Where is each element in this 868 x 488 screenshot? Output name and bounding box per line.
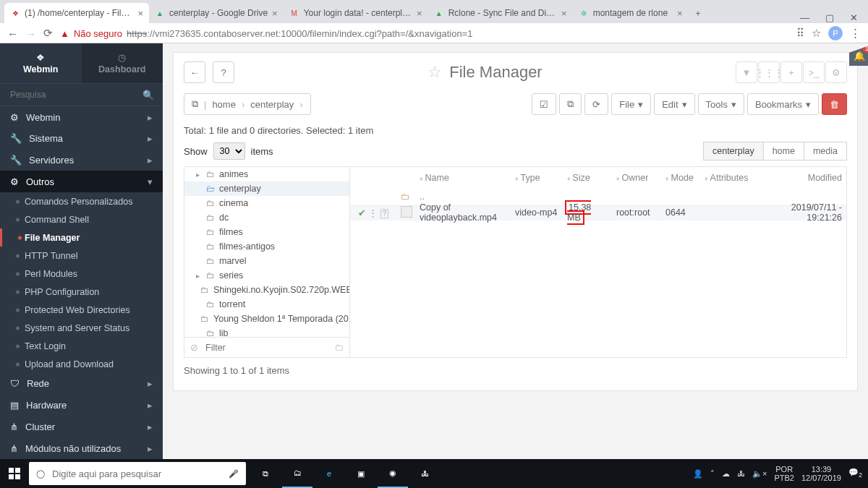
mic-icon[interactable]: 🎤 [229,469,239,479]
close-icon[interactable]: ✕ [850,12,858,23]
crumb-centerplay[interactable]: centerplay [250,99,294,110]
browser-tab[interactable]: ▲ centerplay - Google Drive × [149,3,284,23]
tray-lang[interactable]: PORPTB2 [774,465,794,482]
col-mode[interactable]: ♦Mode [661,173,700,183]
back-button[interactable]: ← [184,61,205,83]
breadcrumb[interactable]: ⧉| home › centerplay › [184,93,311,115]
search-input[interactable] [9,89,138,100]
tray-clock[interactable]: 13:3912/07/2019 [801,465,841,482]
star-icon[interactable]: ☆ [427,63,442,82]
tree-node[interactable]: 🗀torrent [184,297,349,312]
address-bar[interactable]: ▲ Não seguro https://vmi273635.contabose… [60,28,789,39]
close-icon[interactable]: × [272,8,278,19]
row-checkbox[interactable]: ✔ [358,208,366,218]
tree-node[interactable]: ▸🗀series [184,268,349,283]
settings-icon[interactable]: ⚙ [825,61,847,83]
sidebar-item-command-shell[interactable]: Command Shell [0,210,163,228]
kebab-icon[interactable]: ⋮ [368,208,378,218]
profile-avatar[interactable]: P [828,26,843,40]
file-name[interactable]: Copy of videoplayback.mp4 [415,202,511,223]
tree-node[interactable]: 🗀cinema [184,196,349,210]
tray-onedrive-icon[interactable]: ☁ [722,469,730,479]
filter-icon[interactable]: ▼ [736,61,757,83]
maximize-icon[interactable]: ▢ [825,12,834,23]
tree-node[interactable]: 🗀filmes-antigos [184,239,349,254]
refresh-button[interactable]: ⟳ [584,93,608,115]
tray-network-icon[interactable]: 🖧 [737,469,745,478]
folder-icon[interactable]: 🗀 [334,342,344,353]
minimize-icon[interactable]: — [800,12,809,23]
col-modified[interactable]: Modified [752,173,846,183]
terminal-icon[interactable]: >_ [803,61,825,83]
tree-node[interactable]: 🗀dc [184,210,349,225]
page-size-select[interactable]: 30 [213,142,245,160]
brand-webmin[interactable]: ❖ Webmin [0,43,82,83]
section-hardware[interactable]: ▤Hardware▸ [0,395,163,416]
tray-up-icon[interactable]: ˄ [710,469,715,479]
loc-tab-centerplay[interactable]: centerplay [703,142,764,160]
tray-people-icon[interactable]: 👤 [693,469,703,479]
explorer-icon[interactable]: 🗂 [282,459,312,488]
tools-menu[interactable]: Tools ▾ [698,93,744,115]
close-icon[interactable]: × [677,8,683,19]
terminal-icon[interactable]: ▣ [346,459,376,488]
start-button[interactable] [0,459,29,488]
reload-icon[interactable]: ⟳ [43,27,53,40]
file-row[interactable]: ✔ ⋮ ? Copy of videoplayback.mp4 video-mp… [350,205,846,221]
browser-tab[interactable]: M Your login data! - centerplays × [284,3,428,23]
crumb-home[interactable]: home [212,99,236,110]
sidebar-item-system-and-server-status[interactable]: System and Server Status [0,319,163,337]
sidebar-item-file-manager[interactable]: File Manager [0,228,163,247]
tree-node[interactable]: 🗀Shingeki.no.Kyojin.S02.720p.WEB-D [184,283,349,297]
section-sistema[interactable]: 🔧Sistema▸ [0,128,163,150]
close-icon[interactable]: × [417,8,422,19]
section-servidores[interactable]: 🔧Servidores▸ [0,150,163,171]
forward-icon[interactable]: → [25,27,36,40]
select-all-button[interactable]: ☑ [532,93,556,115]
chrome-icon[interactable]: ◉ [378,459,408,488]
col-name[interactable]: ♦Name [415,173,511,183]
sidebar-item-php-configuration[interactable]: PHP Configuration [0,283,163,301]
browser-tab[interactable]: ❖ (1) /home/centerplay - File Ma × [4,3,149,23]
section-unused-modules[interactable]: ⋔Módulos não utilizados▸ [0,437,163,459]
copy-icon[interactable]: ⧉ [192,98,198,110]
kebab-icon[interactable]: ⋮ [850,27,861,40]
taskbar-search-input[interactable] [51,468,223,480]
taskbar-search[interactable]: ◯ 🎤 [29,462,246,485]
tree-node[interactable]: 🗀marvel [184,254,349,268]
columns-icon[interactable]: ⋮⋮⋮ [758,61,780,83]
browser-tab[interactable]: ✲ montagem de rlone × [573,3,689,23]
section-cluster[interactable]: ⋔Cluster▸ [0,416,163,438]
edge-icon[interactable]: e [314,459,344,488]
col-size[interactable]: ♦Size [563,173,612,183]
col-owner[interactable]: ♦Owner [612,173,661,183]
task-view-icon[interactable]: ⧉ [250,459,281,488]
tree-node[interactable]: 🗀lib [184,326,349,337]
notification-bell[interactable]: 🔔 1 [849,46,868,66]
unknown-type-icon[interactable]: ? [380,209,389,218]
brand-dashboard[interactable]: ◷ Dashboard [82,43,163,83]
section-webmin[interactable]: ⚙Webmin▸ [0,106,163,128]
tree-node[interactable]: 🗀filmes [184,225,349,239]
bookmark-icon[interactable]: ☆ [812,27,821,40]
delete-button[interactable]: 🗑 [822,93,847,115]
tree-node[interactable]: 🗁centerplay [184,181,349,196]
sidebar-search[interactable]: 🔍 [0,83,163,106]
sidebar-item-protected-web-directories[interactable]: Protected Web Directories [0,301,163,319]
putty-icon[interactable]: 🖧 [409,459,440,488]
sidebar-item-perl-modules[interactable]: Perl Modules [0,265,163,283]
action-center-icon[interactable]: 💬2 [848,468,862,479]
back-icon[interactable]: ← [7,27,18,40]
tree-filter-input[interactable] [204,342,328,354]
loc-tab-home[interactable]: home [764,142,804,160]
sidebar-item-http-tunnel[interactable]: HTTP Tunnel [0,247,163,265]
col-type[interactable]: ♦Type [511,173,563,183]
edit-menu[interactable]: Edit ▾ [654,93,694,115]
bookmarks-menu[interactable]: Bookmarks ▾ [747,93,819,115]
new-tab-button[interactable]: ＋ [689,3,707,23]
sidebar-item-comandos-personalizados[interactable]: Comandos Personalizados [0,192,163,210]
browser-tab[interactable]: ▲ Rclone - Sync File and Director × [428,3,573,23]
close-icon[interactable]: × [137,8,143,19]
col-attributes[interactable]: ♦Attributes [700,173,752,183]
tree-node[interactable]: 🗀Young Sheldon 1ª Temporada (2018 [184,312,349,326]
